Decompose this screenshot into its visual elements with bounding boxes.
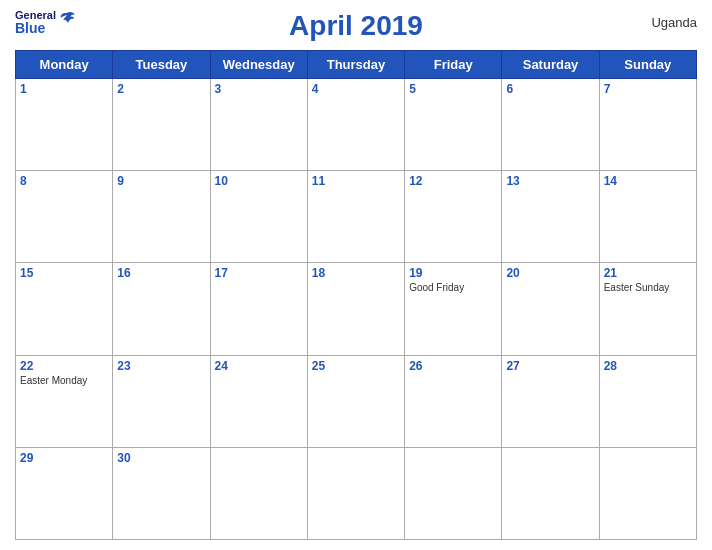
day-number: 9 [117,174,205,188]
day-number: 14 [604,174,692,188]
day-number: 13 [506,174,594,188]
calendar-body: 12345678910111213141516171819Good Friday… [16,79,697,540]
calendar-day-cell: 18 [307,263,404,355]
calendar-day-cell: 3 [210,79,307,171]
calendar-week-row: 22Easter Monday232425262728 [16,355,697,447]
day-number: 25 [312,359,400,373]
calendar-day-cell [210,447,307,539]
calendar-day-cell: 20 [502,263,599,355]
calendar-week-row: 1516171819Good Friday2021Easter Sunday [16,263,697,355]
calendar-week-row: 1234567 [16,79,697,171]
header-thursday: Thursday [307,51,404,79]
calendar-day-cell: 8 [16,171,113,263]
calendar-day-cell: 6 [502,79,599,171]
calendar-table: Monday Tuesday Wednesday Thursday Friday… [15,50,697,540]
logo-bird-icon [58,11,76,27]
calendar-day-cell [502,447,599,539]
calendar-day-cell: 9 [113,171,210,263]
holiday-name: Easter Monday [20,375,108,386]
day-number: 28 [604,359,692,373]
calendar-day-cell: 2 [113,79,210,171]
day-number: 26 [409,359,497,373]
calendar-day-cell: 12 [405,171,502,263]
calendar-day-cell: 28 [599,355,696,447]
calendar-wrapper: General Blue April 2019 Uganda Monday Tu… [0,0,712,550]
calendar-day-cell: 29 [16,447,113,539]
day-number: 3 [215,82,303,96]
day-number: 5 [409,82,497,96]
calendar-day-cell: 24 [210,355,307,447]
calendar-day-cell: 4 [307,79,404,171]
calendar-day-cell: 16 [113,263,210,355]
header-friday: Friday [405,51,502,79]
day-number: 19 [409,266,497,280]
calendar-week-row: 891011121314 [16,171,697,263]
calendar-day-cell: 27 [502,355,599,447]
header-sunday: Sunday [599,51,696,79]
calendar-day-cell [599,447,696,539]
calendar-day-cell: 30 [113,447,210,539]
calendar-day-cell: 1 [16,79,113,171]
logo-blue: Blue [15,21,56,35]
holiday-name: Good Friday [409,282,497,293]
day-number: 23 [117,359,205,373]
day-number: 22 [20,359,108,373]
calendar-day-cell: 25 [307,355,404,447]
holiday-name: Easter Sunday [604,282,692,293]
day-number: 30 [117,451,205,465]
day-number: 8 [20,174,108,188]
calendar-day-cell [405,447,502,539]
day-number: 6 [506,82,594,96]
calendar-day-cell: 13 [502,171,599,263]
day-number: 4 [312,82,400,96]
day-number: 20 [506,266,594,280]
calendar-day-cell: 10 [210,171,307,263]
day-number: 11 [312,174,400,188]
logo-text: General Blue [15,10,56,35]
calendar-day-cell: 11 [307,171,404,263]
day-number: 16 [117,266,205,280]
day-number: 21 [604,266,692,280]
calendar-header: General Blue April 2019 Uganda [15,10,697,42]
calendar-day-cell: 15 [16,263,113,355]
header-wednesday: Wednesday [210,51,307,79]
day-number: 7 [604,82,692,96]
day-number: 29 [20,451,108,465]
calendar-day-cell: 21Easter Sunday [599,263,696,355]
day-number: 18 [312,266,400,280]
day-number: 12 [409,174,497,188]
calendar-day-cell: 5 [405,79,502,171]
calendar-day-cell: 26 [405,355,502,447]
header-saturday: Saturday [502,51,599,79]
country-label: Uganda [651,15,697,30]
header-tuesday: Tuesday [113,51,210,79]
calendar-day-cell: 17 [210,263,307,355]
header-monday: Monday [16,51,113,79]
calendar-title: April 2019 [289,10,423,42]
day-number: 15 [20,266,108,280]
day-number: 2 [117,82,205,96]
calendar-day-cell: 22Easter Monday [16,355,113,447]
calendar-day-cell: 23 [113,355,210,447]
day-number: 27 [506,359,594,373]
day-number: 1 [20,82,108,96]
calendar-day-cell [307,447,404,539]
day-number: 17 [215,266,303,280]
calendar-day-cell: 19Good Friday [405,263,502,355]
weekday-header-row: Monday Tuesday Wednesday Thursday Friday… [16,51,697,79]
day-number: 24 [215,359,303,373]
calendar-week-row: 2930 [16,447,697,539]
day-number: 10 [215,174,303,188]
calendar-day-cell: 7 [599,79,696,171]
logo: General Blue [15,10,76,35]
calendar-day-cell: 14 [599,171,696,263]
